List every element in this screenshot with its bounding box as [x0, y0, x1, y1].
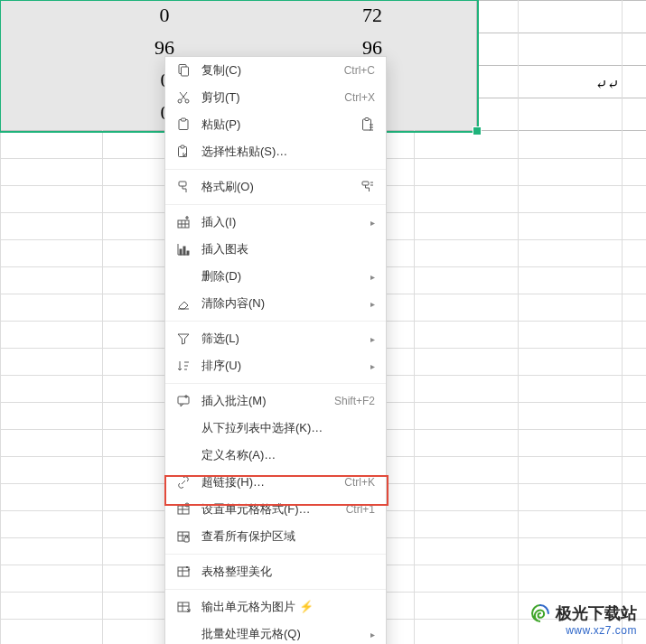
format-painter-icon	[174, 178, 192, 196]
format-cells-icon	[174, 500, 192, 518]
menu-separator	[165, 589, 386, 590]
svg-rect-7	[365, 118, 369, 121]
svg-point-3	[185, 99, 189, 103]
mouse-cursor-icon: ⤶⤶	[595, 76, 619, 93]
sort-icon	[174, 357, 192, 375]
menu-insert-chart[interactable]: 插入图表	[165, 236, 386, 263]
submenu-arrow-icon: ▸	[370, 630, 375, 639]
menu-label: 从下拉列表中选择(K)…	[201, 420, 375, 436]
menu-shortcut: Ctrl+1	[346, 503, 375, 516]
export-image-icon	[174, 598, 192, 616]
paste-special-icon	[174, 143, 192, 161]
menu-paste-special[interactable]: 选择性粘贴(S)…	[165, 138, 386, 165]
copy-icon	[174, 61, 192, 79]
watermark-brand: 极光下载站	[556, 602, 637, 624]
menu-label: 删除(D)	[201, 268, 363, 285]
menu-label: 超链接(H)…	[201, 474, 337, 490]
cell-value: 0	[61, 5, 268, 25]
menu-separator	[165, 383, 386, 384]
svg-rect-13	[180, 249, 182, 255]
menu-label: 插入(I)	[201, 214, 363, 230]
menu-label: 插入批注(M)	[201, 393, 327, 409]
svg-rect-5	[182, 118, 186, 121]
link-icon	[174, 473, 192, 491]
menu-format-painter[interactable]: 格式刷(O)	[165, 173, 386, 201]
protected-icon	[174, 527, 192, 546]
logo-icon	[530, 603, 550, 623]
menu-cut[interactable]: 剪切(T) Ctrl+X	[165, 84, 386, 111]
beautify-icon	[174, 563, 192, 581]
menu-copy[interactable]: 复制(C) Ctrl+C	[165, 57, 386, 84]
eraser-icon	[174, 294, 192, 313]
watermark: 极光下载站 www.xz7.com	[530, 602, 637, 637]
filter-icon	[174, 330, 192, 348]
menu-beautify[interactable]: 表格整理美化	[165, 558, 386, 585]
menu-shortcut: Ctrl+X	[344, 91, 375, 104]
menu-format-cells[interactable]: 设置单元格格式(F)… Ctrl+1	[165, 496, 386, 523]
paste-icon	[174, 116, 192, 134]
menu-label: 插入图表	[201, 241, 375, 257]
svg-rect-10	[179, 182, 186, 186]
svg-rect-1	[182, 67, 189, 76]
menu-label: 选择性粘贴(S)…	[201, 144, 375, 160]
menu-export-image[interactable]: 输出单元格为图片 ⚡	[165, 593, 386, 621]
menu-separator	[165, 204, 386, 205]
cell-value: 72	[268, 5, 476, 25]
svg-rect-14	[183, 247, 185, 255]
svg-rect-16	[178, 397, 189, 404]
menu-separator	[165, 169, 386, 170]
comment-icon	[174, 392, 192, 410]
menu-batch[interactable]: 批量处理单元格(Q) ▸	[165, 621, 386, 644]
menu-label: 输出单元格为图片 ⚡	[201, 599, 375, 615]
context-menu[interactable]: 复制(C) Ctrl+C 剪切(T) Ctrl+X 粘贴(P) 选择性粘贴(S)…	[164, 56, 387, 644]
menu-hyperlink[interactable]: 超链接(H)… Ctrl+K	[165, 469, 386, 496]
menu-delete[interactable]: 删除(D) ▸	[165, 263, 386, 290]
menu-shortcut: Ctrl+C	[344, 64, 375, 77]
menu-filter[interactable]: 筛选(L) ▸	[165, 325, 386, 352]
svg-point-2	[178, 99, 182, 103]
menu-insert[interactable]: 插入(I) ▸	[165, 209, 386, 236]
menu-label: 表格整理美化	[201, 564, 375, 580]
menu-clear[interactable]: 清除内容(N) ▸	[165, 290, 386, 317]
menu-label: 剪切(T)	[201, 89, 337, 106]
svg-rect-9	[181, 145, 184, 148]
menu-separator	[165, 554, 386, 555]
menu-shortcut: Ctrl+K	[344, 476, 375, 489]
submenu-arrow-icon: ▸	[370, 218, 375, 228]
menu-shortcut: Shift+F2	[334, 395, 375, 407]
menu-sort[interactable]: 排序(U) ▸	[165, 352, 386, 379]
menu-label: 排序(U)	[201, 358, 363, 374]
delete-icon	[174, 267, 192, 285]
submenu-arrow-icon: ▸	[370, 299, 375, 309]
menu-separator	[165, 321, 386, 322]
submenu-arrow-icon: ▸	[370, 334, 375, 344]
svg-rect-20	[184, 537, 189, 542]
insert-icon	[174, 213, 192, 231]
cell-value: 96	[61, 38, 268, 58]
menu-label: 筛选(L)	[201, 331, 363, 347]
menu-dropdown-pick[interactable]: 从下拉列表中选择(K)…	[165, 415, 386, 442]
menu-label: 清除内容(N)	[201, 295, 363, 312]
submenu-arrow-icon: ▸	[370, 361, 375, 371]
menu-label: 复制(C)	[201, 62, 337, 79]
menu-label: 定义名称(A)…	[201, 447, 375, 463]
menu-label: 批量处理单元格(Q)	[201, 626, 363, 642]
svg-rect-11	[362, 182, 369, 185]
menu-label: 粘贴(P)	[201, 117, 353, 133]
format-painter-ext-icon[interactable]	[360, 180, 375, 194]
app-stage: 0 72 96 96 0 0 复制(C) Ctrl+C 剪切(T) Ctrl+X…	[0, 0, 646, 644]
cut-icon	[174, 89, 192, 107]
menu-paste[interactable]: 粘贴(P)	[165, 111, 386, 138]
selection-handle[interactable]	[473, 126, 482, 135]
svg-rect-22	[178, 602, 189, 611]
menu-label: 查看所有保护区域	[201, 528, 375, 545]
menu-define-name[interactable]: 定义名称(A)…	[165, 442, 386, 469]
menu-comment[interactable]: 插入批注(M) Shift+F2	[165, 387, 386, 415]
cell-value: 96	[268, 38, 476, 58]
menu-label: 设置单元格格式(F)…	[201, 501, 339, 518]
chart-icon	[174, 240, 192, 258]
watermark-url: www.xz7.com	[530, 624, 637, 637]
paste-options-icon[interactable]	[360, 117, 375, 132]
menu-protected-ranges[interactable]: 查看所有保护区域	[165, 523, 386, 550]
submenu-arrow-icon: ▸	[370, 272, 375, 282]
